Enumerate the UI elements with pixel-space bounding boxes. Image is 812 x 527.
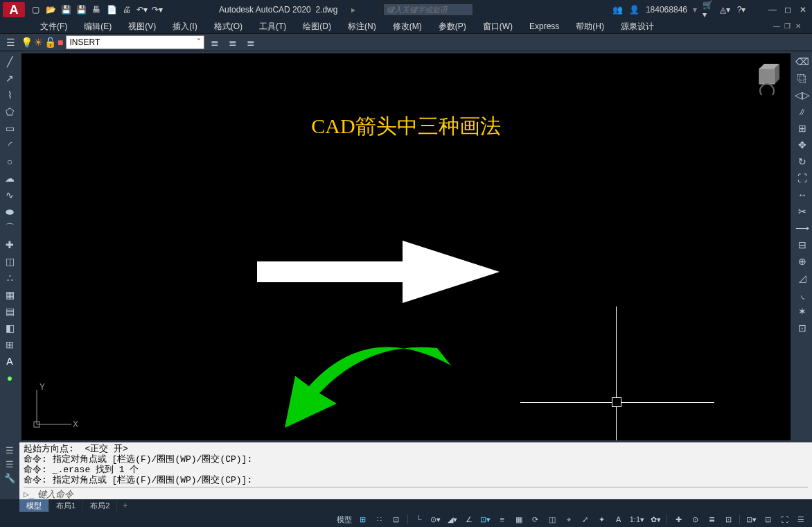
menu-format[interactable]: 格式(O): [207, 21, 249, 33]
menu-modify[interactable]: 修改(M): [386, 21, 429, 33]
lockui-icon[interactable]: ⊡: [721, 513, 735, 526]
units-icon[interactable]: ⊙: [688, 513, 702, 526]
quickprops-icon[interactable]: ≣: [705, 513, 718, 526]
cmd-history-icon[interactable]: ☰: [6, 445, 14, 456]
table-tool-icon[interactable]: ⊞: [2, 337, 17, 352]
polygon-tool-icon[interactable]: ⬠: [2, 104, 17, 119]
extend-tool-icon[interactable]: ⟶: [795, 221, 810, 236]
3dosnap-toggle-icon[interactable]: ◫: [545, 513, 559, 526]
array-tool-icon[interactable]: ⊞: [795, 121, 810, 136]
close-button[interactable]: ✕: [797, 5, 809, 15]
tab-model[interactable]: 模型: [19, 499, 49, 512]
drawing-canvas[interactable]: CAD箭头中三种画法 Y X: [19, 51, 793, 442]
annomonitor-icon[interactable]: ✚: [671, 513, 685, 526]
connect-icon[interactable]: 👥: [612, 4, 624, 15]
grid-toggle-icon[interactable]: ⊞: [356, 513, 370, 526]
mtext-tool-icon[interactable]: A: [2, 354, 17, 369]
break-tool-icon[interactable]: ⊟: [795, 237, 810, 252]
offset-tool-icon[interactable]: ⫽: [795, 104, 810, 119]
add-layout-button[interactable]: +: [117, 501, 133, 510]
snap-toggle-icon[interactable]: ∷: [373, 513, 387, 526]
redo-icon[interactable]: ↷▾: [151, 3, 164, 16]
rectangle-tool-icon[interactable]: ▭: [2, 121, 17, 136]
cmd-recent-icon[interactable]: ☰: [6, 459, 14, 470]
rotate-tool-icon[interactable]: ↻: [795, 154, 810, 169]
annoscale-button[interactable]: A: [612, 513, 626, 526]
tab-layout2[interactable]: 布局2: [83, 499, 117, 512]
hatch-tool-icon[interactable]: ▦: [2, 287, 17, 302]
layer-prev-icon[interactable]: ≣: [225, 35, 240, 50]
polyline-tool-icon[interactable]: ⌇: [2, 87, 17, 103]
publish-icon[interactable]: 📄: [105, 3, 118, 16]
menu-insert[interactable]: 插入(I): [166, 21, 204, 33]
saveas-icon[interactable]: 💾: [75, 3, 87, 16]
cart-icon[interactable]: 🛒▾: [703, 4, 714, 15]
tab-layout1[interactable]: 布局1: [49, 499, 83, 512]
app-logo[interactable]: A: [3, 2, 25, 17]
menu-help[interactable]: 帮助(H): [569, 21, 611, 33]
scale-button[interactable]: 1:1▾: [628, 513, 646, 526]
layer-match-icon[interactable]: ≣: [207, 35, 222, 50]
plot-icon[interactable]: 🖶: [90, 3, 103, 16]
block-tool-icon[interactable]: ◫: [2, 254, 17, 269]
chamfer-tool-icon[interactable]: ◿: [795, 270, 810, 286]
user-name[interactable]: 184068846: [646, 5, 687, 15]
polar-toggle-icon[interactable]: ⊙▾: [429, 513, 443, 526]
help-icon[interactable]: ?▾: [736, 4, 747, 15]
line-tool-icon[interactable]: ╱: [2, 54, 17, 69]
layer-properties-icon[interactable]: ☰: [3, 35, 18, 50]
ellipsearc-tool-icon[interactable]: ⌒: [2, 221, 17, 236]
menu-file[interactable]: 文件(F): [33, 21, 74, 33]
mirror-tool-icon[interactable]: ◁▷: [795, 87, 810, 103]
layer-freeze-icon[interactable]: ☀: [34, 37, 43, 48]
minimize-button[interactable]: —: [766, 5, 779, 15]
properties-tool-icon[interactable]: ⊡: [795, 320, 810, 336]
hardware-icon[interactable]: ⊡: [761, 513, 775, 526]
join-tool-icon[interactable]: ⊕: [795, 254, 810, 269]
layer-lock-icon[interactable]: 🔓: [44, 37, 56, 48]
explode-tool-icon[interactable]: ✶: [795, 304, 810, 319]
spline-tool-icon[interactable]: ∿: [2, 187, 17, 202]
undo-icon[interactable]: ↶▾: [136, 3, 148, 16]
region-tool-icon[interactable]: ◧: [2, 320, 17, 336]
doc-restore-icon[interactable]: ❐: [784, 22, 794, 31]
print-icon[interactable]: 🖨: [121, 3, 133, 16]
menu-draw[interactable]: 绘图(D): [296, 21, 338, 33]
dynucs-toggle-icon[interactable]: ⌖: [562, 513, 576, 526]
trim-tool-icon[interactable]: ✂: [795, 204, 810, 219]
otrack-toggle-icon[interactable]: ⊡▾: [479, 513, 493, 526]
copy-tool-icon[interactable]: ⿻: [795, 71, 810, 86]
cmd-config-icon[interactable]: 🔧: [4, 473, 15, 484]
xline-tool-icon[interactable]: ↗: [2, 71, 17, 86]
isolate-icon[interactable]: ⊡▾: [744, 513, 758, 526]
command-input[interactable]: ▷_ 键入命令: [24, 487, 808, 501]
user-icon[interactable]: 👤: [629, 4, 640, 15]
stretch-tool-icon[interactable]: ↔: [795, 187, 810, 202]
search-input[interactable]: [383, 3, 473, 16]
workspace-icon[interactable]: ✿▾: [648, 513, 662, 526]
circle-tool-icon[interactable]: ○: [2, 154, 17, 169]
selectionfilter-icon[interactable]: ⤢: [579, 513, 592, 526]
save-icon[interactable]: 💾: [60, 3, 72, 16]
insert-tool-icon[interactable]: ✚: [2, 237, 17, 252]
open-icon[interactable]: 📂: [44, 3, 57, 16]
new-icon[interactable]: ▢: [29, 3, 42, 16]
menu-express[interactable]: Express: [522, 21, 566, 31]
gradient-tool-icon[interactable]: ▤: [2, 304, 17, 319]
viewcube[interactable]: [749, 60, 784, 95]
point-tool-icon[interactable]: ∴: [2, 270, 17, 286]
doc-close-icon[interactable]: ✕: [795, 22, 805, 31]
menu-view[interactable]: 视图(V): [121, 21, 163, 33]
ortho-toggle-icon[interactable]: └: [412, 513, 426, 526]
arc-tool-icon[interactable]: ◜: [2, 137, 17, 153]
layer-dropdown[interactable]: INSERT ˅: [66, 35, 204, 49]
osnap-toggle-icon[interactable]: ∠: [462, 513, 476, 526]
ellipse-tool-icon[interactable]: ⬬: [2, 204, 17, 219]
layer-on-icon[interactable]: 💡: [21, 37, 33, 48]
cycling-toggle-icon[interactable]: ⟳: [529, 513, 542, 526]
revcloud-tool-icon[interactable]: ☁: [2, 171, 17, 186]
menu-custom[interactable]: 源泉设计: [614, 21, 661, 33]
app-exchange-icon[interactable]: ◬▾: [719, 4, 730, 15]
addselected-tool-icon[interactable]: ●: [2, 370, 17, 386]
menu-tools[interactable]: 工具(T): [252, 21, 293, 33]
